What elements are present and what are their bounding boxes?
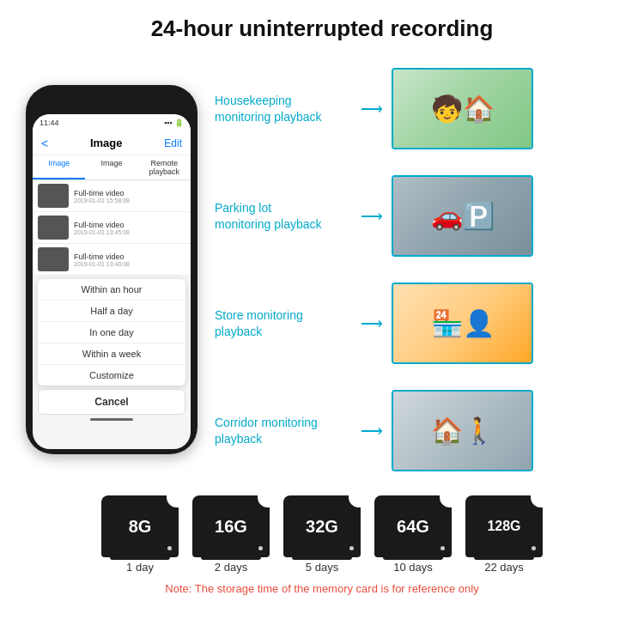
arrow-icon-1: ⟶ [361, 100, 383, 118]
phone-area: 11:44 ▪▪▪ 🔋 < Image Edit Image Image Rem… [17, 51, 206, 489]
sd-label-8g: 8G [129, 517, 152, 537]
sd-dot-3 [349, 546, 354, 550]
dropdown-item-3[interactable]: In one day [38, 322, 185, 343]
storage-card-16g: 16G 2 days [192, 495, 270, 574]
sd-label-32g: 32G [306, 517, 338, 537]
item-title-1: Full-time video [74, 189, 130, 197]
phone-nav-bar: < Image Edit [33, 131, 191, 155]
sd-label-16g: 16G [215, 517, 247, 537]
dropdown-item-5[interactable]: Customize [38, 365, 185, 386]
storage-card-128g: 128G 22 days [465, 495, 543, 574]
item-date-2: 2019-01-01 13:45:08 [74, 229, 130, 235]
monitoring-image-4: 🏠🚶 [392, 390, 533, 471]
dropdown-item-4[interactable]: Within a week [38, 343, 185, 365]
phone-nav-title: Image [90, 137, 123, 149]
storage-note: Note: The storage time of the memory car… [165, 579, 478, 598]
monitoring-row-4: Corridor monitoringplayback ⟶ 🏠🚶 [215, 390, 627, 471]
phone-nav-edit[interactable]: Edit [164, 137, 182, 149]
page-header: 24-hour uninterrupted recording [0, 0, 644, 51]
storage-days-5: 22 days [484, 561, 524, 574]
phone-screen: 11:44 ▪▪▪ 🔋 < Image Edit Image Image Rem… [33, 114, 191, 449]
storage-card-64g: 64G 10 days [374, 495, 452, 574]
storage-card-8g: 8G 1 day [101, 495, 179, 574]
monitoring-image-3: 🏪👤 [392, 283, 533, 364]
list-item-2[interactable]: Full-time video 2019-01-01 13:45:08 [33, 212, 191, 244]
phone-tab-remote[interactable]: Remote playback [138, 155, 191, 179]
storage-days-3: 5 days [306, 561, 338, 574]
monitoring-label-1: Housekeepingmonitoring playback [215, 93, 352, 124]
sd-label-64g: 64G [397, 517, 429, 537]
home-indicator [90, 418, 133, 421]
phone-status-bar: 11:44 ▪▪▪ 🔋 [33, 114, 191, 131]
cancel-button[interactable]: Cancel [38, 389, 185, 415]
monitoring-label-4: Corridor monitoringplayback [215, 415, 352, 446]
monitoring-label-3: Store monitoringplayback [215, 307, 352, 338]
list-item-3[interactable]: Full-time video 2019-01-01 13:40:08 [33, 244, 191, 276]
parking-photo: 🚗🅿️ [393, 177, 532, 255]
sd-notch-3 [349, 494, 362, 507]
sd-card-64g: 64G [374, 495, 452, 557]
sd-label-128g: 128G [487, 519, 520, 534]
storage-card-32g: 32G 5 days [283, 495, 361, 574]
item-title-2: Full-time video [74, 221, 130, 229]
storage-days-1: 1 day [126, 561, 154, 574]
storage-days-2: 2 days [215, 561, 247, 574]
phone-time: 11:44 [39, 118, 59, 127]
phone-notch [82, 95, 142, 111]
sd-dot-4 [440, 546, 445, 550]
arrow-icon-4: ⟶ [361, 422, 383, 440]
arrow-icon-2: ⟶ [361, 207, 383, 226]
phone-signal: ▪▪▪ 🔋 [164, 118, 184, 127]
storage-section: 8G 1 day 16G 2 days 32G 5 days [0, 489, 644, 598]
arrow-icon-3: ⟶ [361, 314, 383, 333]
phone-mockup: 11:44 ▪▪▪ 🔋 < Image Edit Image Image Rem… [26, 85, 197, 454]
sd-notch-2 [258, 494, 271, 507]
back-arrow[interactable]: < [41, 137, 48, 150]
sd-dot-5 [532, 546, 536, 550]
corridor-photo: 🏠🚶 [393, 392, 532, 470]
list-item-1[interactable]: Full-time video 2019-01-01 15:58:08 [33, 180, 191, 212]
sd-card-128g: 128G [465, 495, 543, 557]
phone-tab-image[interactable]: Image [33, 155, 85, 179]
phone-dropdown: Within an hour Half a day In one day Wit… [38, 279, 185, 386]
sd-card-8g: 8G [101, 495, 179, 557]
video-thumb-3 [38, 247, 69, 271]
monitoring-row-2: Parking lotmonitoring playback ⟶ 🚗🅿️ [215, 175, 627, 257]
housekeeping-photo: 🧒🏠 [393, 70, 532, 148]
item-title-3: Full-time video [74, 252, 130, 261]
monitoring-label-2: Parking lotmonitoring playback [215, 200, 352, 231]
store-photo: 🏪👤 [393, 284, 532, 362]
dropdown-item-1[interactable]: Within an hour [38, 279, 185, 301]
sd-card-16g: 16G [192, 495, 270, 557]
sd-notch-5 [531, 494, 544, 507]
monitoring-row-3: Store monitoringplayback ⟶ 🏪👤 [215, 283, 627, 364]
sd-dot-2 [258, 546, 263, 550]
monitoring-image-2: 🚗🅿️ [392, 175, 533, 257]
monitoring-image-1: 🧒🏠 [392, 68, 533, 149]
monitoring-row-1: Housekeepingmonitoring playback ⟶ 🧒🏠 [215, 68, 627, 149]
sd-card-32g: 32G [283, 495, 361, 557]
phone-tabs: Image Image Remote playback [33, 155, 191, 180]
sd-notch-1 [167, 494, 180, 507]
page-title: 24-hour uninterrupted recording [0, 15, 644, 42]
video-thumb-2 [38, 216, 69, 240]
sd-notch-4 [440, 494, 453, 507]
phone-tab-image2[interactable]: Image [85, 155, 137, 179]
item-date-1: 2019-01-01 15:58:08 [74, 197, 130, 204]
right-area: Housekeepingmonitoring playback ⟶ 🧒🏠 Par… [215, 51, 627, 489]
dropdown-item-2[interactable]: Half a day [38, 301, 185, 322]
video-thumb-1 [38, 184, 69, 208]
sd-dot-1 [167, 546, 172, 550]
item-date-3: 2019-01-01 13:40:08 [74, 261, 130, 267]
storage-days-4: 10 days [393, 561, 433, 574]
storage-cards: 8G 1 day 16G 2 days 32G 5 days [101, 495, 543, 574]
main-content: 11:44 ▪▪▪ 🔋 < Image Edit Image Image Rem… [0, 51, 644, 489]
